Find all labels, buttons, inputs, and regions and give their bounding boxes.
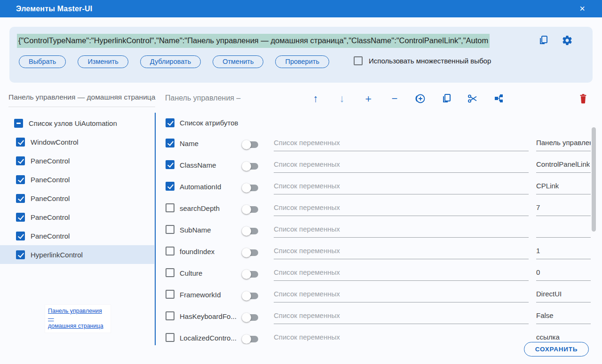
variable-toggle[interactable] [243, 228, 258, 234]
plus-icon[interactable]: ＋ [362, 93, 374, 105]
attributes-header-checkbox[interactable] [166, 118, 174, 127]
arrow-down-icon[interactable]: ↓ [336, 93, 348, 105]
attribute-value: DirectUI [536, 290, 562, 298]
minus-icon[interactable]: − [388, 93, 401, 105]
close-icon[interactable]: × [577, 3, 588, 15]
tree-item-checkbox[interactable] [14, 119, 23, 128]
variable-input[interactable]: Список переменных [274, 154, 529, 173]
tree-item-checkbox[interactable] [16, 138, 25, 147]
attribute-label: AutomationId [180, 183, 221, 191]
attribute-value-input[interactable]: CPLink [536, 176, 591, 194]
variable-toggle[interactable] [243, 141, 258, 148]
variable-toggle[interactable] [243, 249, 258, 256]
action-button[interactable]: Отменить [213, 55, 263, 68]
variable-input[interactable]: Список переменных [274, 240, 529, 259]
attribute-row: AutomationIdСписок переменныхCPLink [162, 176, 593, 197]
tree-item-checkbox[interactable] [16, 156, 25, 165]
attribute-value-input[interactable]: DirectUI [536, 284, 591, 302]
tree-item[interactable]: HyperlinkControl [0, 245, 154, 264]
attribute-value: ссылка [536, 333, 560, 341]
toggle-knob [242, 205, 251, 214]
multi-select-checkbox[interactable] [354, 56, 363, 65]
delete-icon[interactable] [577, 93, 589, 105]
toggle-knob [242, 270, 251, 279]
variable-toggle[interactable] [243, 185, 258, 191]
variable-toggle[interactable] [243, 271, 258, 278]
variable-input[interactable]: Список переменных [274, 197, 529, 216]
tree-item[interactable]: PaneControl [0, 208, 154, 226]
tree-item[interactable]: PaneControl [0, 151, 154, 170]
multi-select-option[interactable]: Использовать множественный выбор [354, 56, 491, 65]
attribute-row: CultureСписок переменных0 [162, 262, 593, 284]
attribute-checkbox[interactable] [166, 247, 174, 256]
variable-input[interactable]: Список переменных [274, 262, 529, 281]
attribute-checkbox[interactable] [166, 333, 174, 342]
tree-item-checkbox[interactable] [16, 175, 25, 184]
arrow-up-icon[interactable]: ↑ [309, 93, 322, 105]
attributes-scrollbar[interactable] [592, 127, 596, 232]
attribute-value-input[interactable]: False [536, 305, 591, 324]
title-bar: Элементы Master-UI × [0, 0, 602, 17]
attribute-value: 1 [536, 247, 540, 255]
tree-item-label: Список узлов UiAutomation [29, 119, 117, 127]
tree-item-checkbox[interactable] [16, 232, 25, 240]
copy-node-icon[interactable] [440, 93, 452, 105]
toggle-knob [242, 248, 251, 257]
hyperlink-preview-link[interactable]: Панель управления — домашняя страница [48, 307, 108, 330]
tree-item[interactable]: WindowControl [0, 132, 154, 151]
attributes-header-label: Список атрибутов [180, 119, 238, 127]
tree-item[interactable]: Список узлов UiAutomation [0, 114, 154, 132]
variable-input[interactable]: Список переменных [274, 327, 529, 344]
attribute-checkbox[interactable] [166, 268, 174, 277]
attribute-checkbox[interactable] [166, 290, 174, 299]
attribute-checkbox[interactable] [166, 182, 174, 191]
multi-select-label: Использовать множественный выбор [369, 57, 491, 65]
tree-item-checkbox[interactable] [16, 250, 25, 259]
action-button[interactable]: Изменить [78, 55, 128, 68]
variable-toggle[interactable] [243, 314, 258, 321]
gear-icon[interactable] [562, 35, 573, 46]
attribute-row: foundIndexСписок переменных1 [162, 240, 593, 262]
tree-item-checkbox[interactable] [16, 213, 25, 222]
tree-item-checkbox[interactable] [16, 194, 25, 203]
attribute-checkbox[interactable] [166, 139, 174, 147]
attribute-value-input[interactable]: 7 [536, 197, 591, 216]
variable-input-placeholder: Список переменных [274, 182, 340, 190]
action-button[interactable]: Проверить [275, 55, 329, 68]
variable-toggle[interactable] [243, 163, 258, 170]
action-button[interactable]: Выбрать [19, 55, 66, 68]
attribute-row: NameСписок переменныхПанель управления —… [162, 132, 593, 154]
attribute-row: HasKeyboardFo...Список переменныхFalse [162, 305, 593, 327]
variable-toggle[interactable] [243, 336, 258, 342]
action-button[interactable]: Дублировать [140, 55, 201, 68]
attribute-checkbox[interactable] [166, 203, 174, 212]
tree-scrollbar[interactable] [155, 113, 156, 345]
variable-input[interactable]: Список переменных [274, 284, 529, 302]
tree-item[interactable]: PaneControl [0, 189, 154, 208]
variable-toggle[interactable] [243, 206, 258, 213]
variable-toggle[interactable] [243, 293, 258, 299]
variable-input[interactable]: Список переменных [274, 176, 529, 194]
attribute-value-input[interactable]: ControlPanelLink [536, 154, 591, 173]
add-circle-icon[interactable] [414, 93, 426, 105]
tree-item[interactable]: PaneControl [0, 170, 154, 189]
attribute-checkbox[interactable] [166, 160, 174, 169]
attribute-value-input[interactable] [536, 219, 591, 238]
save-button[interactable]: СОХРАНИТЬ [524, 342, 589, 356]
attributes-header[interactable]: Список атрибутов [166, 118, 238, 127]
hierarchy-icon[interactable] [493, 93, 505, 105]
attribute-value-input[interactable]: Панель управления — домашняя с [536, 132, 591, 151]
attribute-label: FrameworkId [180, 291, 221, 299]
action-buttons: ВыбратьИзменитьДублироватьОтменитьПровер… [19, 55, 341, 68]
copy-icon[interactable] [538, 35, 549, 46]
attribute-value-input[interactable]: 0 [536, 262, 591, 281]
attribute-checkbox[interactable] [166, 225, 174, 234]
tree-item[interactable]: PaneControl [0, 226, 154, 245]
selector-json-input[interactable]: {"ControlTypeName":"HyperlinkControl","N… [17, 34, 543, 49]
attribute-checkbox[interactable] [166, 311, 174, 320]
attribute-value-input[interactable]: 1 [536, 240, 591, 259]
variable-input[interactable]: Список переменных [274, 219, 529, 238]
cut-icon[interactable] [467, 93, 479, 105]
variable-input[interactable]: Список переменных [274, 305, 529, 324]
variable-input[interactable]: Список переменных [274, 132, 529, 151]
